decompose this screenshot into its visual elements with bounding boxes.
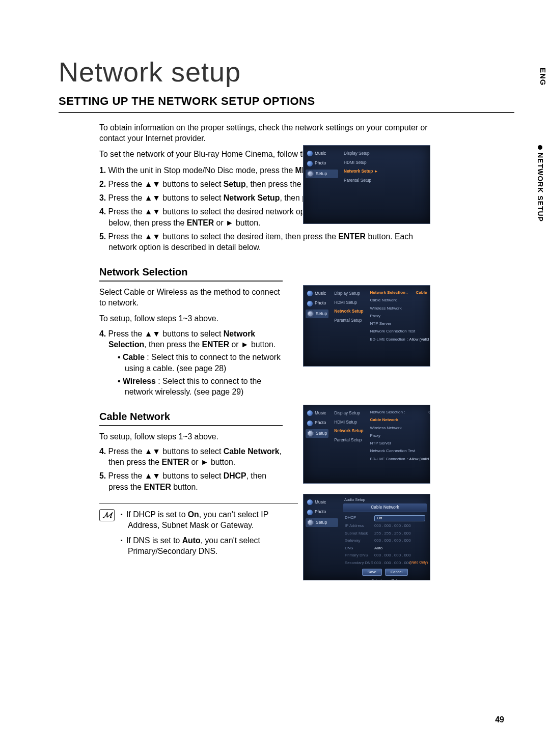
- cn-steps: 4. Press the ▲▼ buttons to select Cable …: [99, 446, 283, 492]
- opt-proxy: Proxy: [369, 433, 430, 439]
- opt-network-selection: Network Selection :Cable►: [369, 290, 430, 296]
- row-gateway: Gateway000 . 000 . 000 . 000: [343, 538, 427, 544]
- screenshot-cable-network-dialog: Music Photo Setup Audio Setup Cable Netw…: [303, 494, 430, 580]
- menu-parental-setup: Parental Setup: [333, 436, 365, 444]
- gear-icon: [307, 519, 314, 526]
- nav-setup: Setup: [306, 310, 328, 318]
- legend-select: Select: [368, 578, 381, 580]
- intro-paragraph-1: To obtain information on the proper sett…: [99, 122, 435, 144]
- opt-bdlive: BD-LIVE Connection: Allow (Valid Only): [369, 337, 430, 343]
- opt-network-selection: Network Selection :Cable: [369, 409, 430, 416]
- nav-photo: Photo: [306, 159, 338, 167]
- step-5: 5. Press the ▲▼ buttons to select the de…: [99, 231, 425, 253]
- menu-network-setup: Network Setup: [333, 427, 365, 435]
- photo-icon: [307, 510, 313, 515]
- legend-return: Return: [388, 578, 402, 580]
- menu-hdmi-setup: HDMI Setup: [333, 418, 365, 426]
- row-primary-dns: Primary DNS000 . 000 . 000 . 000: [343, 552, 427, 559]
- nav-music: Music: [306, 498, 338, 506]
- subsection-network-selection: Network Selection: [99, 265, 283, 282]
- side-label-text: NETWORK SETUP: [535, 153, 545, 222]
- menu-display-setup: Display Setup: [333, 290, 365, 297]
- nav-photo: Photo: [306, 508, 338, 516]
- opt-connection-test: Network Connection Test: [369, 328, 430, 335]
- manual-page: ENG NETWORK SETUP Network setup SETTING …: [0, 0, 550, 756]
- section-title: SETTING UP THE NETWORK SETUP OPTIONS: [59, 94, 514, 113]
- ns-intro: Select Cable or Wireless as the method t…: [99, 287, 283, 309]
- opt-bdlive: BD-LIVE Connection: Allow (Valid Only): [369, 456, 430, 462]
- side-section-label: NETWORK SETUP: [535, 145, 545, 222]
- opt-cable-network: Cable Network: [369, 297, 430, 304]
- nav-music: Music: [306, 150, 338, 157]
- screenshot-setup-menu: Music Photo Setup Display Setup HDMI Set…: [303, 145, 430, 224]
- subsection-cable-network: Cable Network: [99, 410, 283, 426]
- note-2: If DNS is set to Auto, you can't select …: [121, 535, 298, 557]
- menu-hdmi-setup: HDMI Setup: [342, 159, 378, 166]
- gear-icon: [307, 171, 314, 177]
- ns-steps: 4. Press the ▲▼ buttons to select Networ…: [99, 328, 283, 398]
- music-icon: [307, 410, 313, 416]
- menu-parental-setup: Parental Setup: [342, 177, 378, 184]
- opt-cable-network: Cable Network►: [369, 417, 430, 424]
- photo-icon: [307, 421, 313, 426]
- ns-setup-line: To setup, follow steps 1~3 above.: [99, 313, 283, 324]
- row-subnet: Subnet Mask255 . 255 . 255 . 000: [343, 530, 427, 537]
- nav-photo: Photo: [306, 299, 328, 307]
- nav-setup: Setup: [306, 170, 338, 178]
- note-icon: 𝓜: [99, 509, 115, 521]
- dialog-title: Cable Network: [343, 503, 427, 512]
- opt-wireless-network: Wireless Network: [369, 425, 430, 432]
- valid-only-label: (Valid Only): [409, 560, 428, 565]
- gear-icon: [307, 311, 314, 317]
- music-icon: [307, 151, 313, 156]
- nav-music: Music: [306, 290, 328, 297]
- note-1: If DHCP is set to On, you can't select I…: [121, 509, 298, 531]
- side-dot-icon: [538, 145, 542, 150]
- nav-music: Music: [306, 409, 328, 417]
- row-dhcp: DHCPOn: [343, 515, 427, 522]
- photo-icon: [307, 161, 313, 166]
- gear-icon: [307, 430, 314, 437]
- nav-setup: Setup: [306, 429, 328, 438]
- language-tab: ENG: [536, 63, 550, 91]
- cn-step-4: 4. Press the ▲▼ buttons to select Cable …: [99, 446, 283, 468]
- row-ip: IP Address000 . 000 . 000 . 000: [343, 523, 427, 529]
- menu-display-setup: Display Setup: [333, 409, 365, 417]
- note-divider: [99, 503, 298, 504]
- cancel-button: Cancel: [385, 569, 408, 576]
- music-icon: [307, 291, 313, 296]
- nav-photo: Photo: [306, 419, 328, 427]
- photo-icon: [307, 301, 313, 306]
- cn-setup-line: To setup, follow steps 1~3 above.: [99, 431, 283, 442]
- opt-proxy: Proxy: [369, 313, 430, 320]
- menu-network-setup: Network Setup ►: [342, 167, 378, 175]
- menu-network-setup: Network Setup: [333, 307, 365, 315]
- opt-wireless-network: Wireless Network: [369, 305, 430, 312]
- opt-connection-test: Network Connection Test: [369, 448, 430, 455]
- cn-step-5: 5. Press the ▲▼ buttons to select DHCP, …: [99, 470, 283, 492]
- screenshot-cable-network-select: Music Photo Setup Display Setup HDMI Set…: [303, 405, 430, 484]
- page-title: Network setup: [59, 53, 514, 91]
- dialog-header-audio: Audio Setup: [343, 497, 427, 502]
- nav-setup: Setup: [306, 518, 338, 527]
- note-block: 𝓜 If DHCP is set to On, you can't select…: [99, 509, 298, 561]
- opt-ntp-server: NTP Server: Off: [369, 321, 430, 327]
- menu-parental-setup: Parental Setup: [333, 317, 365, 324]
- music-icon: [307, 499, 313, 505]
- menu-hdmi-setup: HDMI Setup: [333, 299, 365, 306]
- page-number: 49: [495, 714, 504, 725]
- ns-step-4: 4. Press the ▲▼ buttons to select Networ…: [99, 328, 283, 398]
- opt-ntp-server: NTP Server: Off: [369, 440, 430, 447]
- ns-option-wireless: Wireless : Select this to connect to the…: [118, 376, 283, 398]
- menu-display-setup: Display Setup: [342, 150, 378, 157]
- ns-option-cable: Cable : Select this to connect to the ne…: [118, 352, 283, 374]
- screenshot-network-selection: Music Photo Setup Display Setup HDMI Set…: [303, 285, 430, 367]
- row-dns: DNSAuto: [343, 545, 427, 552]
- save-button: Save: [362, 569, 382, 576]
